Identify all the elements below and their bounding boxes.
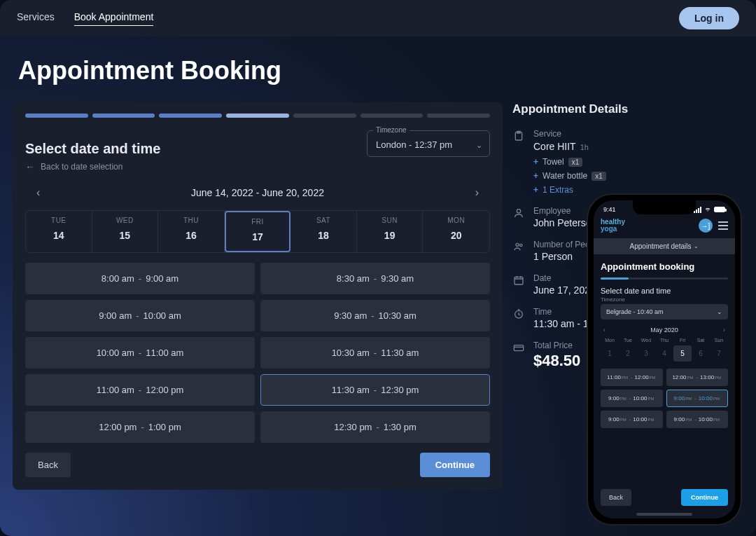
svg-point-1: [517, 209, 520, 213]
mobile-prev-month[interactable]: ‹: [603, 327, 606, 334]
next-week-button[interactable]: ›: [470, 184, 484, 202]
service-duration: 1h: [580, 143, 589, 151]
week-navigation: ‹ June 14, 2022 - June 20, 2022 ›: [25, 181, 490, 205]
day-cell[interactable]: THU16: [158, 211, 225, 252]
mobile-dow: Sat: [692, 338, 710, 345]
mobile-details-toggle[interactable]: Appointment details⌄: [594, 238, 735, 254]
top-nav: Services Book Appointment Log in: [0, 0, 756, 36]
mobile-timezone-select[interactable]: Belgrade - 10:40 am⌄: [601, 304, 728, 319]
day-of-week: MON: [447, 217, 465, 224]
days-grid: TUE14WED15THU16FRI17SAT18SUN19MON20: [25, 210, 490, 253]
day-cell[interactable]: SAT18: [290, 211, 357, 252]
login-button[interactable]: Log in: [679, 7, 739, 29]
wifi-icon: [704, 207, 711, 212]
people-icon: [512, 240, 525, 262]
employee-icon: [512, 206, 525, 228]
day-number: 17: [252, 231, 263, 242]
day-cell[interactable]: TUE14: [26, 211, 92, 252]
time-slot[interactable]: 8:30 am-9:30 am: [260, 263, 490, 294]
mobile-dow: Thu: [655, 338, 673, 345]
details-title: Appointment Details: [512, 102, 743, 116]
mobile-date-cell[interactable]: 6: [692, 345, 710, 362]
hamburger-menu-icon[interactable]: [718, 221, 728, 230]
mobile-date-cell[interactable]: 2: [619, 345, 637, 362]
battery-icon: [714, 207, 725, 212]
mobile-time-slot[interactable]: 12:00PM-13:00PM: [666, 369, 729, 386]
mobile-time-slot[interactable]: 9:00PM-10:00PM: [666, 390, 729, 407]
mobile-tz-label: Timezone: [601, 296, 728, 303]
mobile-date-cell[interactable]: 1: [601, 345, 619, 362]
time-slot[interactable]: 9:00 am-10:00 am: [25, 300, 255, 331]
mobile-dow: Tue: [619, 338, 637, 345]
day-number: 15: [120, 230, 131, 241]
extras-more-link[interactable]: +1 Extras: [533, 185, 743, 195]
day-number: 20: [451, 230, 462, 241]
mobile-next-month[interactable]: ›: [723, 327, 725, 334]
time-slot[interactable]: 11:00 am-12:00 pm: [25, 374, 255, 406]
login-avatar-icon[interactable]: →]: [699, 219, 713, 233]
mobile-preview: 9:41 healthyyoga →] Appointment details⌄: [588, 195, 741, 524]
service-extra: +Water bottlex1: [533, 171, 743, 181]
svg-rect-4: [514, 277, 523, 284]
mobile-date-cell[interactable]: 4: [655, 345, 673, 362]
nav-services[interactable]: Services: [17, 11, 55, 26]
phone-clock: 9:41: [603, 206, 616, 213]
mobile-date-cell[interactable]: 3: [637, 345, 655, 362]
svg-point-3: [520, 244, 522, 246]
mobile-time-slot[interactable]: 9:00PM-10:00PM: [666, 411, 729, 428]
back-to-date-link[interactable]: ← Back to date selection: [25, 161, 490, 172]
continue-button[interactable]: Continue: [420, 453, 490, 477]
section-heading: Select date and time: [25, 141, 160, 157]
calendar-icon: [512, 273, 525, 296]
day-number: 19: [384, 230, 396, 241]
time-slot[interactable]: 8:00 am-9:00 am: [25, 263, 255, 294]
service-extra: +Towelx1: [533, 157, 743, 167]
time-slot[interactable]: 9:30 am-10:30 am: [260, 300, 490, 331]
time-slots-grid: 8:00 am-9:00 am8:30 am-9:30 am9:00 am-10…: [25, 263, 490, 443]
arrow-left-icon: ←: [25, 161, 35, 172]
mobile-dow: Sun: [710, 338, 728, 345]
mobile-time-slot[interactable]: 9:00PM-10:00PM: [601, 411, 663, 428]
chevron-down-icon: ⌄: [717, 308, 722, 315]
mobile-back-button[interactable]: Back: [601, 489, 631, 506]
mobile-date-cell[interactable]: 5: [673, 345, 692, 362]
time-slot[interactable]: 10:00 am-11:00 am: [25, 337, 255, 369]
day-cell[interactable]: WED15: [92, 211, 159, 252]
mobile-time-slot[interactable]: 9:00PM-10:00PM: [601, 390, 663, 407]
mobile-logo: healthyyoga: [601, 219, 625, 233]
time-slot[interactable]: 12:00 pm-1:00 pm: [25, 411, 255, 443]
time-slot[interactable]: 12:30 pm-1:30 pm: [260, 411, 490, 443]
date-range: June 14, 2022 - June 20, 2022: [191, 187, 324, 198]
day-cell[interactable]: SUN19: [357, 211, 424, 252]
day-of-week: FRI: [251, 218, 264, 226]
day-of-week: THU: [183, 217, 199, 224]
mobile-date-cell[interactable]: 7: [710, 345, 728, 362]
day-number: 14: [53, 230, 64, 241]
mobile-continue-button[interactable]: Continue: [681, 489, 728, 506]
mobile-progress: [601, 277, 728, 280]
svg-point-2: [516, 243, 519, 246]
day-number: 18: [318, 230, 329, 241]
day-cell[interactable]: MON20: [423, 211, 489, 252]
mobile-time-slot[interactable]: 11:00PM-12:00PM: [601, 369, 663, 386]
mobile-page-title: Appointment booking: [601, 261, 728, 272]
day-of-week: TUE: [51, 217, 66, 224]
time-slot[interactable]: 10:30 am-11:30 am: [260, 337, 490, 369]
prev-week-button[interactable]: ‹: [31, 184, 46, 202]
plus-icon: +: [533, 157, 538, 167]
service-name: Core HIIT: [533, 141, 576, 152]
back-button[interactable]: Back: [25, 453, 71, 477]
booking-panel: Select date and time Timezone London - 1…: [13, 102, 503, 490]
quantity-badge: x1: [592, 172, 606, 181]
time-slot[interactable]: 11:30 am-12:30 pm: [260, 374, 490, 406]
page-title: Appointment Booking: [18, 56, 756, 85]
day-of-week: SUN: [382, 217, 398, 224]
timezone-select[interactable]: Timezone London - 12:37 pm ⌄: [367, 130, 490, 157]
day-of-week: WED: [116, 217, 134, 224]
chevron-down-icon: ⌄: [694, 243, 699, 249]
home-indicator: [636, 513, 692, 516]
day-cell[interactable]: FRI17: [225, 211, 291, 252]
service-icon: [512, 129, 525, 195]
quantity-badge: x1: [568, 158, 583, 167]
nav-book-appointment[interactable]: Book Appointment: [74, 11, 154, 26]
